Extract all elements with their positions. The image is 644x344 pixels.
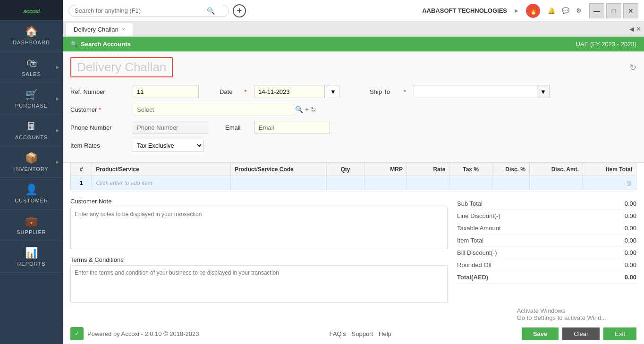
- bell-icon[interactable]: 🔔: [548, 7, 555, 14]
- gear-icon[interactable]: ⚙: [576, 7, 582, 14]
- notes-section: Customer Note Terms & Conditions: [70, 198, 448, 304]
- items-table: # Product/Service Product/Service Code Q…: [70, 163, 636, 190]
- header-left: 🔍 Search Accounts: [70, 41, 131, 48]
- row-total[interactable]: 🗑: [583, 176, 636, 190]
- main-area: 🔍 + AABASOFT TECHNOLOGIES ▶ 🔥 🔔 💬 ⚙ — □ …: [63, 0, 644, 344]
- row-code[interactable]: [231, 176, 327, 190]
- close-button[interactable]: ✕: [623, 3, 638, 18]
- customer-input[interactable]: [133, 103, 293, 116]
- sidebar-item-label: PURCHASE: [15, 103, 48, 109]
- sidebar-item-customer[interactable]: 👤 CUSTOMER: [0, 178, 63, 210]
- reports-icon: 📊: [25, 247, 38, 259]
- col-disc: Disc. %: [492, 163, 529, 176]
- supplier-icon: 💼: [25, 215, 38, 227]
- sidebar-item-supplier[interactable]: 💼 SUPPLIER: [0, 210, 63, 241]
- sidebar-item-label: DASHBOARD: [13, 40, 50, 45]
- tab-delivery-challan[interactable]: Delivery Challan ×: [66, 23, 133, 36]
- sidebar-item-accounts[interactable]: 🖩 ACCOUNTS: [0, 115, 63, 146]
- sidebar-item-purchase[interactable]: 🛒 PURCHASE: [0, 83, 63, 115]
- customer-note-label: Customer Note: [70, 198, 448, 205]
- customer-search-icon[interactable]: 🔍: [295, 106, 303, 113]
- date-required: *: [244, 88, 246, 95]
- row-disc[interactable]: [492, 176, 529, 190]
- search-box[interactable]: 🔍: [68, 5, 229, 17]
- ship-to-dropdown-button[interactable]: ▼: [537, 85, 549, 98]
- col-qty: Qty: [327, 163, 364, 176]
- total-value: 0.00: [625, 274, 636, 281]
- tab-prev-icon[interactable]: ◀: [629, 25, 634, 33]
- maximize-button[interactable]: □: [606, 3, 621, 18]
- page-title: Delivery Challan: [70, 57, 173, 77]
- topbar-right: AABASOFT TECHNOLOGIES ▶ 🔥 🔔 💬 ⚙ — □ ✕: [422, 3, 638, 18]
- form-row-3: Phone Number Email: [70, 121, 636, 134]
- customer-note-textarea[interactable]: [70, 207, 448, 249]
- ship-to-input[interactable]: [414, 88, 537, 95]
- tab-bar: Delivery Challan × ◀ ✕: [63, 22, 644, 37]
- ship-to-label: Ship To: [370, 88, 398, 95]
- taxable-value: 0.00: [625, 225, 636, 232]
- tab-close-button[interactable]: ×: [122, 27, 125, 32]
- footer-logo: ✓: [70, 327, 84, 340]
- footer-links: FAQ's Support Help: [330, 330, 391, 337]
- app-logo: accoxi: [0, 0, 63, 20]
- search-input[interactable]: [75, 7, 207, 14]
- clear-button[interactable]: Clear: [562, 327, 600, 340]
- terms-textarea[interactable]: [70, 265, 448, 303]
- save-button[interactable]: Save: [522, 327, 559, 340]
- roundedoff-label: Rounded Off: [457, 261, 491, 268]
- footer-left: ✓ Powered by Accoxi - 2.0.10 © 2018-2023: [70, 327, 199, 340]
- customer-refresh-icon[interactable]: ↻: [311, 106, 316, 113]
- topbar-icons: 🔔 💬 ⚙: [548, 7, 582, 14]
- search-accounts-icon: 🔍: [70, 41, 78, 48]
- help-link[interactable]: Help: [379, 330, 391, 337]
- email-input[interactable]: [254, 121, 330, 134]
- ship-to-required: *: [404, 88, 406, 95]
- item-rates-select[interactable]: Tax Exclusive Tax Inclusive No Tax: [133, 139, 203, 152]
- sidebar-item-sales[interactable]: 🛍 SALES: [0, 51, 63, 83]
- header-region: UAE (FY 2023 - 2023): [576, 41, 636, 48]
- faqs-link[interactable]: FAQ's: [330, 330, 346, 337]
- itemtotal-label: Item Total: [457, 237, 483, 244]
- row-product[interactable]: Click enter to add item: [92, 176, 231, 190]
- company-name: AABASOFT TECHNOLOGIES: [422, 7, 507, 14]
- table-row[interactable]: 1 Click enter to add item 🗑: [71, 176, 636, 190]
- ref-number-input[interactable]: [133, 85, 199, 98]
- window-buttons: — □ ✕: [589, 3, 638, 18]
- row-tax[interactable]: [449, 176, 492, 190]
- subtotal-label: Sub Total: [457, 200, 483, 207]
- row-qty[interactable]: [327, 176, 364, 190]
- add-button[interactable]: +: [233, 4, 246, 17]
- row-num: 1: [71, 176, 92, 190]
- itemtotal-value: 0.00: [625, 237, 636, 244]
- inventory-icon: 📦: [25, 152, 38, 164]
- date-input[interactable]: [254, 85, 325, 98]
- sidebar-item-label: SUPPLIER: [17, 229, 46, 235]
- customer-label: Customer: [70, 106, 127, 113]
- date-group: ▼: [254, 85, 339, 98]
- row-rate[interactable]: [407, 176, 449, 190]
- refresh-button[interactable]: ↻: [629, 62, 636, 73]
- date-dropdown-button[interactable]: ▼: [327, 85, 339, 98]
- row-mrp[interactable]: [364, 176, 407, 190]
- customer-add-icon[interactable]: +: [305, 106, 309, 113]
- search-icon: 🔍: [207, 7, 215, 15]
- sidebar-item-inventory[interactable]: 📦 INVENTORY: [0, 146, 63, 178]
- phone-input[interactable]: [133, 121, 208, 134]
- sales-icon: 🛍: [26, 57, 37, 69]
- exit-button[interactable]: Exit: [603, 327, 636, 340]
- company-arrow: ▶: [515, 8, 518, 13]
- linediscount-label: Line Discount(-): [457, 212, 500, 219]
- col-discamt: Disc. Amt.: [529, 163, 583, 176]
- row-delete-button[interactable]: 🗑: [626, 179, 632, 187]
- totals-section: Sub Total 0.00 Line Discount(-) 0.00 Tax…: [457, 198, 636, 304]
- purchase-icon: 🛒: [25, 89, 38, 101]
- sidebar-item-dashboard[interactable]: 🏠 DASHBOARD: [0, 20, 63, 51]
- form-area: Delivery Challan ↻ Ref. Number Date * ▼ …: [63, 51, 644, 163]
- message-icon[interactable]: 💬: [562, 7, 569, 14]
- support-link[interactable]: Support: [352, 330, 373, 337]
- sidebar-item-reports[interactable]: 📊 REPORTS: [0, 241, 63, 273]
- col-num: #: [71, 163, 92, 176]
- row-discamt[interactable]: [529, 176, 583, 190]
- minimize-button[interactable]: —: [589, 3, 604, 18]
- tab-next-icon[interactable]: ✕: [636, 25, 641, 33]
